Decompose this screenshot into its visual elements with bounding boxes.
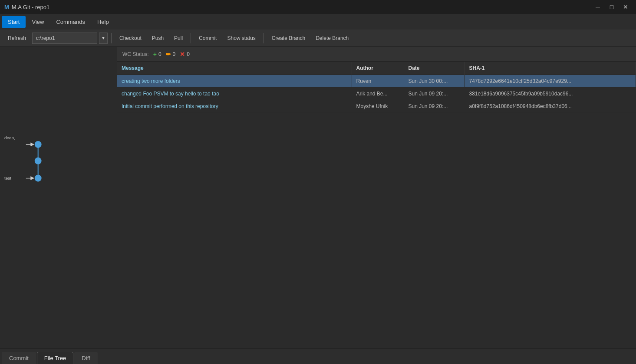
table-row[interactable]: creating two more foldersRuvenSun Jun 30… <box>117 75 636 88</box>
maximize-button[interactable]: □ <box>606 2 618 12</box>
separator-3 <box>264 33 264 43</box>
bottom-tabs: Commit File Tree Diff <box>0 348 636 364</box>
minimize-button[interactable]: ─ <box>592 2 604 12</box>
commit-list: Message Author Date SHA-1 creating two m… <box>117 62 636 348</box>
checkout-button[interactable]: Checkout <box>115 33 146 43</box>
menu-view[interactable]: View <box>26 16 50 28</box>
status-modified-count: 0 <box>173 51 176 57</box>
menubar: Start View Commands Help <box>0 14 636 30</box>
show-status-button[interactable]: Show status <box>223 33 260 43</box>
repo-path-input[interactable] <box>32 33 97 44</box>
push-button[interactable]: Push <box>148 33 168 43</box>
status-add-icon: + <box>153 51 157 58</box>
cell-author: Arik and Be... <box>352 88 404 100</box>
graph-panel: deep, ... test <box>0 47 117 348</box>
pull-button[interactable]: Pull <box>170 33 187 43</box>
commit-panel: WC Status: + 0 ✏ 0 ✕ 0 Message Author <box>117 47 636 348</box>
header-author: Author <box>352 62 404 75</box>
close-button[interactable]: ✕ <box>620 2 632 12</box>
table-row[interactable]: Initial commit performed on this reposit… <box>117 100 636 113</box>
status-deleted-group: ✕ 0 <box>180 51 190 58</box>
refresh-button[interactable]: Refresh <box>3 33 30 43</box>
delete-branch-button[interactable]: Delete Branch <box>311 33 353 43</box>
path-dropdown-button[interactable]: ▼ <box>99 33 108 44</box>
menu-help[interactable]: Help <box>91 16 115 28</box>
cell-date: Sun Jun 09 20:... <box>404 88 465 100</box>
titlebar-left: M M.A Git - repo1 <box>4 4 49 10</box>
graph-svg: deep, ... test <box>0 47 117 348</box>
cell-message: changed Foo PSVM to say hello to tao tao <box>117 88 352 100</box>
commits-body: creating two more foldersRuvenSun Jun 30… <box>117 75 636 113</box>
menu-start[interactable]: Start <box>2 16 26 28</box>
titlebar-controls: ─ □ ✕ <box>592 2 632 12</box>
app-title: M.A Git - repo1 <box>12 4 49 10</box>
separator-2 <box>191 33 191 43</box>
cell-sha: a0f9f8d752a1086df450948db6ec8fb37d06... <box>465 100 636 113</box>
tab-diff[interactable]: Diff <box>74 352 97 364</box>
branch-label-deep: deep, ... <box>4 135 20 140</box>
header-message: Message <box>117 62 352 75</box>
wc-status-bar: WC Status: + 0 ✏ 0 ✕ 0 <box>117 47 636 62</box>
commits-table: Message Author Date SHA-1 creating two m… <box>117 62 636 113</box>
header-sha: SHA-1 <box>465 62 636 75</box>
wc-status-label: WC Status: <box>122 51 149 57</box>
status-edit-icon: ✏ <box>166 51 171 58</box>
status-delete-icon: ✕ <box>180 51 185 58</box>
table-row[interactable]: changed Foo PSVM to say hello to tao tao… <box>117 88 636 100</box>
cell-author: Moyshe Ufnik <box>352 100 404 113</box>
commit-toolbar-button[interactable]: Commit <box>194 33 221 43</box>
separator-1 <box>111 33 112 43</box>
status-deleted-count: 0 <box>187 51 190 57</box>
menu-commands[interactable]: Commands <box>50 16 91 28</box>
status-modified-group: ✏ 0 <box>166 51 176 58</box>
status-added-group: + 0 <box>153 51 161 58</box>
commit-node-2[interactable] <box>35 157 42 164</box>
cell-date: Sun Jun 30 00:... <box>404 75 465 88</box>
cell-date: Sun Jun 09 20:... <box>404 100 465 113</box>
cell-message: Initial commit performed on this reposit… <box>117 100 352 113</box>
status-added-count: 0 <box>158 51 161 57</box>
cell-sha: 381e18d6a9096375c45fb9a09b5910dac96... <box>465 88 636 100</box>
create-branch-button[interactable]: Create Branch <box>267 33 310 43</box>
cell-author: Ruven <box>352 75 404 88</box>
commit-node-3[interactable] <box>35 175 42 182</box>
app-icon: M <box>4 4 9 10</box>
tab-file-tree[interactable]: File Tree <box>37 352 74 364</box>
header-date: Date <box>404 62 465 75</box>
main-area: deep, ... test WC Status: <box>0 47 636 348</box>
toolbar: Refresh ▼ Checkout Push Pull Commit Show… <box>0 30 636 47</box>
table-header-row: Message Author Date SHA-1 <box>117 62 636 75</box>
tab-commit[interactable]: Commit <box>2 352 36 364</box>
branch-label-test: test <box>4 176 11 180</box>
titlebar: M M.A Git - repo1 ─ □ ✕ <box>0 0 636 14</box>
cell-sha: 7478d7292e6641e10cff25d32a04c97e929... <box>465 75 636 88</box>
cell-message: creating two more folders <box>117 75 352 88</box>
commit-node-1[interactable] <box>35 141 42 148</box>
